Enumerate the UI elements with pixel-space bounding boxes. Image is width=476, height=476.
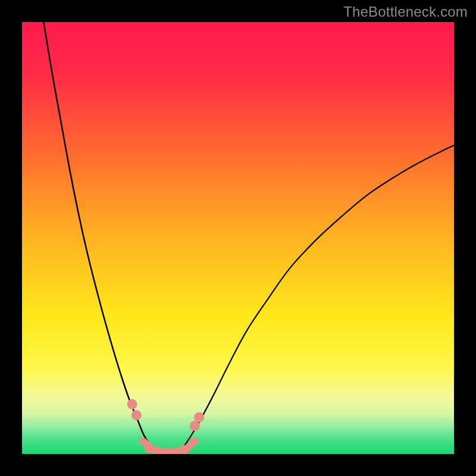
background-gradient bbox=[22, 22, 454, 454]
chart-frame: TheBottleneck.com bbox=[0, 0, 476, 476]
plot-area bbox=[22, 22, 454, 454]
watermark-label: TheBottleneck.com bbox=[343, 4, 468, 20]
svg-rect-0 bbox=[22, 22, 454, 454]
